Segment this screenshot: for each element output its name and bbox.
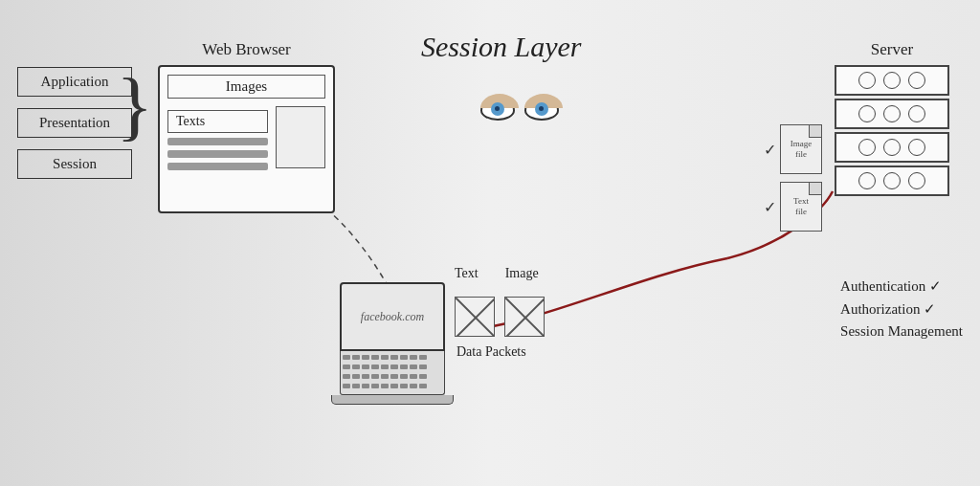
text-file-checkmark: ✓ (764, 198, 776, 216)
key (343, 384, 350, 388)
key (343, 364, 350, 369)
session-layer-title: Session Layer (421, 31, 582, 63)
key (371, 374, 379, 379)
server-circle (858, 72, 876, 89)
image-file-icon: Imagefile (780, 124, 822, 174)
key (390, 364, 398, 369)
right-pupil (535, 102, 548, 116)
text-packet-label: Text (455, 266, 479, 281)
osi-session-label: Session (53, 156, 97, 171)
browser-image-box (276, 106, 325, 168)
server-label: Server (835, 40, 949, 59)
browser-images-label: Images (226, 78, 267, 94)
key (352, 374, 360, 379)
key (381, 364, 389, 369)
left-pupil (491, 102, 504, 116)
browser-images-row: Images (167, 75, 325, 99)
key (343, 374, 350, 379)
server-section: Server (835, 40, 949, 199)
auth-session-management: Session Management (840, 323, 963, 340)
browser-line-1 (167, 138, 268, 145)
image-file-item: ✓ Imagefile (764, 124, 822, 174)
image-packet (504, 297, 545, 337)
laptop-keyboard-area (340, 351, 445, 405)
laptop-section: facebook.com (340, 282, 445, 405)
server-circle (908, 139, 925, 156)
key (410, 355, 417, 360)
key (390, 374, 398, 379)
server-circle (908, 72, 925, 89)
keyboard-row-4 (343, 384, 442, 388)
keyboard-row-1 (343, 355, 442, 360)
key (400, 374, 408, 379)
server-unit-4 (835, 166, 949, 196)
data-packets-label: Data Packets (457, 344, 526, 360)
web-browser-section: Web Browser Images Texts (158, 40, 335, 213)
osi-application-label: Application (41, 74, 109, 89)
key (343, 355, 350, 360)
server-circle (908, 105, 925, 122)
server-circle (883, 72, 901, 89)
key (400, 364, 408, 369)
laptop-screen: facebook.com (340, 282, 445, 351)
key (371, 355, 379, 360)
osi-brace: } (117, 67, 153, 144)
web-browser-label: Web Browser (158, 40, 335, 59)
server-circle (858, 172, 876, 189)
key (419, 364, 427, 369)
auth-authorization-label: Authorization (840, 301, 920, 318)
server-circle (858, 139, 876, 156)
browser-content-row: Texts (167, 106, 325, 170)
key (419, 374, 427, 379)
eyes-illustration (479, 96, 561, 121)
key (352, 364, 360, 369)
key (390, 355, 398, 360)
browser-window: Images Texts (158, 65, 335, 213)
key (390, 384, 398, 388)
key (352, 355, 360, 360)
key (362, 355, 369, 360)
osi-application-box: Application (17, 67, 132, 97)
browser-line-2 (167, 150, 268, 158)
key (410, 374, 417, 379)
server-circle (883, 172, 901, 189)
server-unit-3 (835, 132, 949, 163)
packet-labels-row: Text Image (455, 266, 539, 281)
server-circle (858, 105, 876, 122)
key (410, 364, 417, 369)
auth-section: Authentication ✓ Authorization ✓ Session… (840, 277, 963, 340)
key (381, 355, 389, 360)
key (362, 364, 369, 369)
browser-lines: Texts (167, 106, 268, 170)
key (400, 355, 408, 360)
key (362, 384, 369, 388)
laptop-url: facebook.com (361, 310, 424, 324)
server-circle (908, 172, 925, 189)
keyboard-row-3 (343, 374, 442, 379)
auth-session-management-label: Session Management (840, 323, 963, 340)
browser-line-3 (167, 163, 268, 170)
key (400, 384, 408, 388)
key (352, 384, 360, 388)
left-eye (480, 96, 515, 121)
browser-texts-label: Texts (167, 110, 268, 133)
key (371, 364, 379, 369)
data-packets-container (455, 297, 545, 337)
keyboard-row-2 (343, 364, 442, 369)
key (419, 384, 427, 388)
server-unit-1 (835, 65, 949, 96)
auth-authentication-check: ✓ (929, 277, 942, 295)
osi-presentation-label: Presentation (39, 115, 110, 130)
osi-presentation-box: Presentation (17, 108, 132, 138)
key (381, 374, 389, 379)
image-file-checkmark: ✓ (764, 141, 776, 159)
text-packet (455, 297, 495, 337)
server-circle (883, 139, 901, 156)
osi-layers-container: Application Presentation Session } (17, 67, 132, 179)
laptop-base (331, 395, 454, 405)
image-packet-label: Image (505, 266, 539, 281)
files-section: ✓ Imagefile ✓ Textfile (764, 124, 822, 239)
key (362, 374, 369, 379)
text-file-icon: Textfile (780, 182, 822, 232)
key (371, 384, 379, 388)
